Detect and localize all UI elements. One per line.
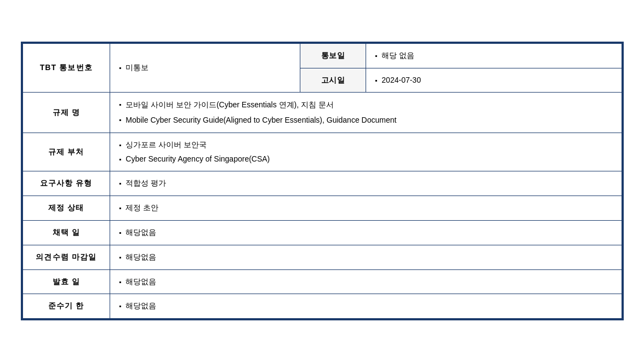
adoption-date-row: 채택 일 ▪ 해당없음 [22, 220, 622, 245]
regulation-dept-row: 규제 부처 ▪ 싱가포르 사이버 보안국 ▪ Cyber Security Ag… [22, 133, 622, 171]
regulation-info-table: TBT 통보번호 ▪ 미통보 통보일 ▪ 해당 없음 고시일 [22, 43, 623, 319]
requirement-type-row: 요구사항 유형 ▪ 적합성 평가 [22, 171, 622, 196]
bullet-icon: ▪ [119, 252, 121, 263]
effective-date-row: 발효 일 ▪ 해당없음 [22, 269, 622, 294]
bullet-icon: ▪ [375, 50, 377, 61]
compliance-period-label: 준수기 한 [22, 294, 110, 319]
bullet-icon: ▪ [119, 227, 121, 238]
notification-date-value: ▪ 해당 없음 [366, 43, 622, 68]
regulation-name-value: ▪ 모바일 사이버 보안 가이드(Cyber Essentials 연계), 지… [110, 93, 622, 133]
effective-date-value: ▪ 해당없음 [110, 269, 622, 294]
regulation-dept-label: 규제 부처 [22, 133, 110, 171]
tbt-value: ▪ 미통보 [110, 43, 300, 93]
tbt-row: TBT 통보번호 ▪ 미통보 통보일 ▪ 해당 없음 [22, 43, 622, 68]
bullet-icon: ▪ [119, 277, 121, 288]
requirement-type-value: ▪ 적합성 평가 [110, 171, 622, 196]
status-label: 제정 상태 [22, 196, 110, 221]
comment-deadline-row: 의견수렴 마감일 ▪ 해당없음 [22, 245, 622, 269]
adoption-date-value: ▪ 해당없음 [110, 220, 622, 245]
status-row: 제정 상태 ▪ 제정 초안 [22, 196, 622, 221]
regulation-name-label: 규제 명 [22, 93, 110, 133]
bullet-icon: ▪ [119, 99, 121, 111]
compliance-period-row: 준수기 한 ▪ 해당없음 [22, 294, 622, 319]
bullet-icon: ▪ [119, 154, 121, 165]
compliance-period-value: ▪ 해당없음 [110, 294, 622, 319]
tbt-label: TBT 통보번호 [22, 43, 110, 93]
notice-date-label: 고시일 [300, 68, 366, 93]
comment-deadline-value: ▪ 해당없음 [110, 245, 622, 269]
bullet-icon: ▪ [119, 114, 121, 127]
bullet-icon: ▪ [119, 178, 121, 189]
bullet-icon: ▪ [119, 301, 121, 312]
adoption-date-label: 채택 일 [22, 220, 110, 245]
bullet-icon: ▪ [119, 62, 121, 73]
status-value: ▪ 제정 초안 [110, 196, 622, 221]
bullet-icon: ▪ [119, 140, 121, 151]
notification-date-label: 통보일 [300, 43, 366, 68]
requirement-type-label: 요구사항 유형 [22, 171, 110, 196]
effective-date-label: 발효 일 [22, 269, 110, 294]
bullet-icon: ▪ [375, 75, 377, 86]
regulation-dept-value: ▪ 싱가포르 사이버 보안국 ▪ Cyber Security Agency o… [110, 133, 622, 171]
bullet-icon: ▪ [119, 203, 121, 214]
notice-date-value: ▪ 2024-07-30 [366, 68, 622, 93]
regulation-name-row: 규제 명 ▪ 모바일 사이버 보안 가이드(Cyber Essentials 연… [22, 93, 622, 133]
comment-deadline-label: 의견수렴 마감일 [22, 245, 110, 269]
